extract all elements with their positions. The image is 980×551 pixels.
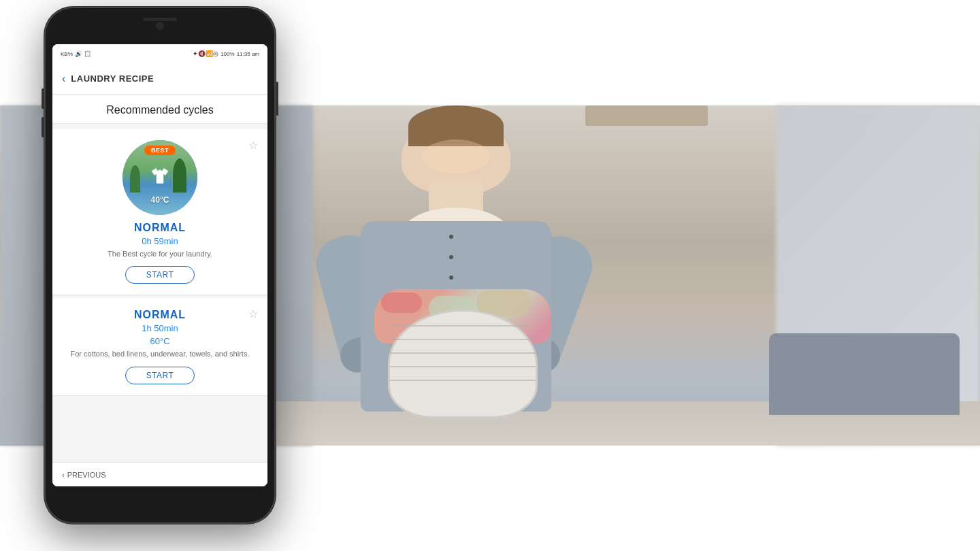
wifi-icon: ✦🔇📶◎	[193, 50, 218, 57]
basket-line3	[390, 352, 536, 354]
basket-line1	[390, 325, 536, 327]
temp-label-1: 40°C	[151, 195, 169, 205]
basket-line4	[390, 366, 536, 367]
phone-screen: KB% 🔊 📋 ✦🔇📶◎ 100% 11:35 am ‹ LAUNDRY REC…	[52, 44, 267, 486]
shirt-icon	[149, 165, 171, 192]
bottom-navigation: ‹ PREVIOUS	[52, 462, 267, 486]
button2	[449, 255, 453, 259]
screen-content: KB% 🔊 📋 ✦🔇📶◎ 100% 11:35 am ‹ LAUNDRY REC…	[52, 44, 267, 486]
button3	[449, 276, 453, 280]
laundry-basket	[388, 310, 538, 418]
back-arrow-icon: ‹	[62, 471, 65, 479]
woman-body	[347, 139, 565, 446]
phone-device: KB% 🔊 📋 ✦🔇📶◎ 100% 11:35 am ‹ LAUNDRY REC…	[44, 7, 276, 524]
cycle-card-2: ☆ NORMAL 1h 50min 60°C For cottons, bed …	[52, 298, 267, 395]
cycle-temp-2: 60°C	[150, 336, 169, 346]
cycle-name-2: NORMAL	[134, 309, 186, 321]
phone-speaker	[143, 18, 177, 21]
time-display: 11:35 am	[237, 51, 259, 57]
cycle-card-1: ☆ BEST	[52, 129, 267, 295]
status-left: KB% 🔊 📋	[61, 50, 91, 57]
shelf	[585, 105, 708, 126]
favorite-star-1[interactable]: ☆	[248, 139, 258, 152]
status-bar: KB% 🔊 📋 ✦🔇📶◎ 100% 11:35 am	[52, 44, 267, 63]
cycle-duration-2: 1h 50min	[142, 323, 178, 333]
battery-percent: 100%	[220, 51, 234, 57]
button1	[449, 235, 453, 239]
sofa	[769, 333, 960, 415]
status-right: ✦🔇📶◎ 100% 11:35 am	[193, 50, 259, 57]
face-highlight	[422, 139, 490, 173]
red-cloth	[381, 293, 422, 313]
laundry-screen: Recommended cycles ☆ BEST	[52, 95, 267, 486]
previous-link[interactable]: ‹ PREVIOUS	[62, 471, 106, 479]
cycle-duration-1: 0h 59min	[142, 236, 178, 246]
start-button-1[interactable]: START	[125, 266, 195, 284]
previous-label: PREVIOUS	[67, 471, 106, 479]
volume-down-button[interactable]	[42, 117, 44, 137]
signal-strength: KB%	[61, 51, 73, 57]
cycle-image-1: BEST 40°C	[122, 140, 197, 215]
power-button[interactable]	[276, 82, 278, 116]
back-button[interactable]: ‹	[62, 73, 65, 85]
start-button-2[interactable]: START	[125, 367, 195, 384]
favorite-star-2[interactable]: ☆	[248, 307, 258, 320]
cycle-name-1: NORMAL	[134, 222, 186, 234]
cycle-desc-2: For cottons, bed linens, underwear, towe…	[64, 349, 257, 359]
woman-figure	[293, 105, 769, 446]
icons-left: 🔊 📋	[75, 50, 92, 57]
recommended-cycles-header: Recommended cycles	[52, 95, 267, 124]
best-badge: BEST	[144, 146, 176, 155]
basket-line2	[390, 339, 536, 340]
app-bar-title: LAUNDRY RECIPE	[71, 73, 154, 84]
app-bar: ‹ LAUNDRY RECIPE	[52, 63, 267, 95]
volume-up-button[interactable]	[42, 88, 44, 109]
basket-line5	[390, 380, 536, 381]
phone-camera	[156, 22, 164, 30]
cycle-desc-1: The Best cycle for your laundry.	[101, 249, 219, 259]
